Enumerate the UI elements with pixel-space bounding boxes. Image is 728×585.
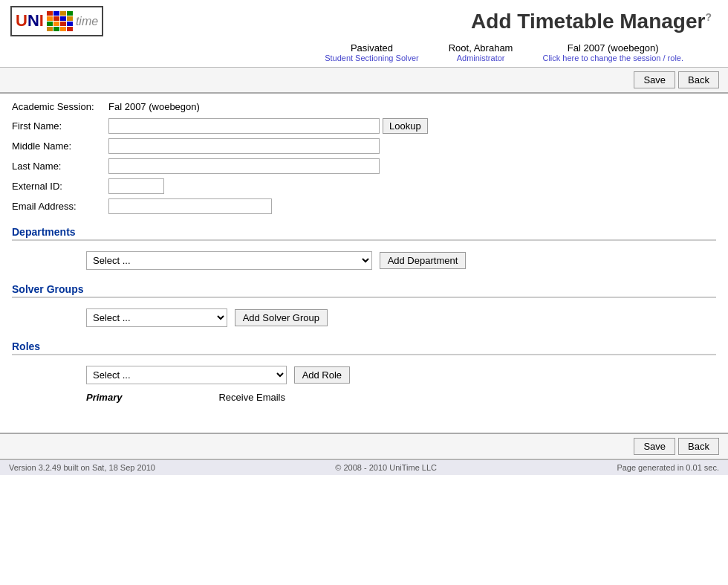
back-button-bottom[interactable]: Back <box>678 438 719 455</box>
session-name: Fal 2007 (woebegon) <box>542 42 683 54</box>
first-name-input[interactable] <box>108 118 380 134</box>
roles-receive-emails-label: Receive Emails <box>218 392 285 403</box>
page-title: Add Timetable Manager? <box>471 10 712 33</box>
departments-title: Departments <box>12 226 76 238</box>
user1-info: Pasivated Student Sectioning Solver <box>325 42 419 62</box>
user2-role: Administrator <box>449 54 513 62</box>
solver-groups-select[interactable]: Select ... <box>86 308 227 327</box>
logo-time-text: time <box>76 15 98 28</box>
solver-groups-title: Solver Groups <box>12 283 83 295</box>
departments-select[interactable]: Select ... <box>86 251 372 270</box>
external-id-input[interactable] <box>108 178 164 194</box>
user2-info: Root, Abraham Administrator <box>449 42 513 62</box>
last-name-label: Last Name: <box>12 161 108 172</box>
save-button-top[interactable]: Save <box>634 71 675 88</box>
logo-color-grid <box>47 11 73 31</box>
external-id-label: External ID: <box>12 181 108 192</box>
middle-name-label: Middle Name: <box>12 140 108 152</box>
add-solver-group-button[interactable]: Add Solver Group <box>235 309 328 326</box>
back-button-top[interactable]: Back <box>678 71 719 88</box>
roles-select[interactable]: Select ... <box>86 366 287 384</box>
logo-uni-text: UNI <box>16 12 44 30</box>
footer-version: Version 3.2.49 built on Sat, 18 Sep 2010 <box>9 463 155 472</box>
session-hint: Click here to change the session / role. <box>542 54 683 62</box>
email-label: Email Address: <box>12 201 108 212</box>
last-name-input[interactable] <box>108 158 380 174</box>
footer-copyright: © 2008 - 2010 UniTime LLC <box>335 463 437 472</box>
lookup-button[interactable]: Lookup <box>383 118 428 134</box>
user2-name: Root, Abraham <box>449 42 513 54</box>
roles-title: Roles <box>12 340 40 352</box>
first-name-label: First Name: <box>12 120 108 132</box>
add-department-button[interactable]: Add Department <box>380 252 467 269</box>
roles-primary-label: Primary <box>86 392 122 403</box>
email-input[interactable] <box>108 198 272 214</box>
logo: UNI time <box>10 6 103 36</box>
save-button-bottom[interactable]: Save <box>634 438 675 455</box>
middle-name-input[interactable] <box>108 138 380 154</box>
academic-session-value: Fal 2007 (woebegon) <box>108 101 200 112</box>
user1-role: Student Sectioning Solver <box>325 54 419 62</box>
session-info[interactable]: Fal 2007 (woebegon) Click here to change… <box>542 42 683 62</box>
footer-generated: Page generated in 0.01 sec. <box>617 463 719 472</box>
academic-session-label: Academic Session: <box>12 101 108 112</box>
add-role-button[interactable]: Add Role <box>294 366 350 384</box>
user1-name: Pasivated <box>325 42 419 54</box>
